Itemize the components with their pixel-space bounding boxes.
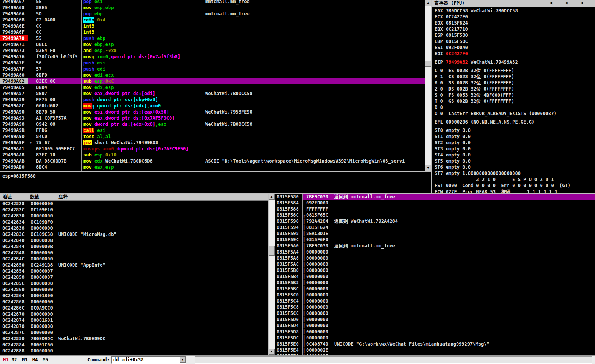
- stack-row[interactable]: 0815F598│8EAC3D1E: [275, 231, 595, 237]
- memory-tab-m2[interactable]: M2: [12, 357, 17, 363]
- register-line[interactable]: ST0 empty 0.0: [432, 127, 595, 133]
- disasm-row[interactable]: 79499AA10F1005 509EFC7movups xmm0,dqword…: [0, 146, 425, 152]
- dump-row[interactable]: 0C24288480001C66: [0, 342, 268, 348]
- stack-row[interactable]: 0815F5DC│00000000: [275, 335, 595, 341]
- scroll-up-icon[interactable]: ▲: [425, 0, 431, 6]
- register-line[interactable]: O 0 LastErr ERROR_ALREADY_EXISTS (000000…: [432, 110, 595, 117]
- disasm-row[interactable]: 79499A858BD4mov edx,esp: [0, 84, 425, 91]
- register-line[interactable]: C 0 ES 002B 32位 0(FFFFFFFF): [432, 68, 595, 74]
- disasm-row[interactable]: 79499A718BECmov ebp,esp: [0, 41, 425, 48]
- disasm-col-divider[interactable]: [28, 0, 28, 171]
- stack-row[interactable]: 0815F5807BE9C030返回到 mmtcmall.mm_free: [275, 194, 595, 200]
- dump-row[interactable]: 0C24287000000000: [0, 311, 268, 317]
- register-line[interactable]: Z 0 DS 002B 32位 0(FFFFFFFF): [432, 86, 595, 92]
- scroll-down-icon[interactable]: ▼: [269, 349, 275, 355]
- dump-header-comment[interactable]: 注释: [56, 194, 268, 200]
- dropdown-arrow-icon[interactable]: ▼: [180, 357, 186, 363]
- disasm-row[interactable]: 79499AB08BC4mov eax,esp: [0, 164, 425, 170]
- dump-row[interactable]: 0C24285800000007: [0, 274, 268, 280]
- stack-row[interactable]: 0815F588FFFFFFFF: [275, 206, 595, 212]
- memory-tab-m5[interactable]: M5: [43, 357, 48, 363]
- dump-header-value[interactable]: 数值: [28, 194, 56, 200]
- dump-row[interactable]: 0C24283800000000: [0, 225, 268, 231]
- register-line[interactable]: ST5 empty 0.0: [432, 158, 595, 164]
- dump-header-address[interactable]: 地址: [0, 194, 28, 200]
- dump-row[interactable]: 0C2428440000000B: [0, 244, 268, 250]
- stack-row[interactable]: 0815F5C0│00000000: [275, 292, 595, 298]
- dump-row[interactable]: 0C24286480001B00: [0, 293, 268, 299]
- stack-row[interactable]: 0815F5A8│00000000: [275, 255, 595, 261]
- stack-row[interactable]: 0815F5E4│0000002E: [275, 347, 595, 353]
- dump-row[interactable]: 0C24282800000000: [0, 201, 268, 207]
- register-line[interactable]: S 0 FS 0053 32位 4BF000(FFF): [432, 92, 595, 98]
- register-line[interactable]: ESI 092FD0A0: [432, 44, 595, 51]
- stack-row[interactable]: 0815F5B8│00000000: [275, 280, 595, 286]
- register-line[interactable]: 3 2 1 0 E S P U O Z D I: [432, 176, 595, 183]
- register-line[interactable]: ST6 empty 0.0: [432, 164, 595, 170]
- disasm-scrollbar[interactable]: ▲ ▼: [425, 0, 431, 171]
- dump-row[interactable]: 0C2428807B0ED9DCWeChatWi.7B0ED9DC: [0, 336, 268, 342]
- stack-row[interactable]: 0815F5E0│0C408740UNICODE "G:\work\wx\WeC…: [275, 341, 595, 347]
- memory-tab-m3[interactable]: M3: [22, 357, 27, 363]
- disasm-row[interactable]: 79499A808BF9mov edi,ecx: [0, 72, 425, 78]
- disasm-row[interactable]: 79499A9D84C0test al,al: [0, 133, 425, 140]
- register-line[interactable]: ESP 0815F580: [432, 32, 595, 38]
- dump-row[interactable]: 0C24286000000000: [0, 287, 268, 293]
- memory-tab-m1[interactable]: M1: [3, 357, 8, 363]
- dump-row[interactable]: 0C24284800000000: [0, 250, 268, 256]
- dump-row[interactable]: 0C2428400000000B: [0, 237, 268, 244]
- scrollbar-thumb[interactable]: [269, 246, 275, 256]
- stack-row[interactable]: 0815F5B4│00000000: [275, 273, 595, 280]
- disasm-row[interactable]: 79499A688BE5mov esp,ebp: [0, 5, 425, 11]
- disasm-col-divider[interactable]: [81, 0, 82, 171]
- disasm-row[interactable]: 79499A76f30f7e05 b8f3f5movq xmm0,qword p…: [0, 54, 425, 60]
- dump-row[interactable]: 0C24285C00000000: [0, 280, 268, 287]
- stack-row[interactable]: 0815F5C8│00000000: [275, 304, 595, 310]
- dump-scrollbar[interactable]: ▲ ▼: [269, 194, 275, 355]
- disasm-row[interactable]: 79499A675Epop esimmtcmall.mm_free: [0, 0, 425, 5]
- register-line[interactable]: ST2 empty 0.0: [432, 140, 595, 146]
- register-line[interactable]: EBX 0C217710: [432, 26, 595, 32]
- dump-row[interactable]: 0C24283C0C109C50UNICODE "MicroMsg.db": [0, 231, 268, 237]
- panel-collapse-chevron-icon[interactable]: <: [549, 0, 554, 6]
- stack-row[interactable]: 0815F584092FD0A0: [275, 200, 595, 206]
- register-line[interactable]: FST 0000 Cond 0 0 0 0 Err 0 0 0 0 0 0 0 …: [432, 183, 595, 189]
- stack-row[interactable]: 0815F5D4│00000000: [275, 323, 595, 329]
- stack-row[interactable]: 0815F5AC│00000000: [275, 261, 595, 267]
- register-line[interactable]: P 1 CS 0023 32位 0(FFFFFFFF): [432, 74, 595, 80]
- disasm-row[interactable]: 79499A7383E4 F8and esp,-0x8: [0, 48, 425, 54]
- register-line[interactable]: ST1 empty 0.0: [432, 133, 595, 140]
- stack-row[interactable]: 0815F590│792A4284返回到 WeChatWi.792A4284: [275, 218, 595, 224]
- disasm-row[interactable]: 79499A8283EC 0Csub esp,0xC: [0, 78, 425, 84]
- stack-row[interactable]: 0815F5A4│00000000: [275, 249, 595, 255]
- register-line[interactable]: EIP 79499A82 WeChatWi.79499A82: [432, 59, 595, 65]
- register-line[interactable]: ST3 empty 0.0: [432, 146, 595, 152]
- command-combobox[interactable]: dd edi+0x38 ▼: [111, 356, 186, 364]
- register-line[interactable]: ST7 empty 1.0000000000000000000: [432, 170, 595, 176]
- stack-row[interactable]: 0815F5E8│0000002E: [275, 353, 595, 355]
- panel-collapse-chevron-icon[interactable]: <: [579, 0, 585, 6]
- dump-row[interactable]: 0C24287400001601: [0, 317, 268, 323]
- register-line[interactable]: ECX 0C2427F0: [432, 14, 595, 20]
- panel-collapse-chevron-icon[interactable]: <: [564, 0, 569, 6]
- disasm-row[interactable]: 79499AA883EC 10sub esp,0x10: [0, 152, 425, 158]
- stack-row[interactable]: 0815F5C4│00000000: [275, 298, 595, 304]
- stack-row[interactable]: 0815F5D0│00000000: [275, 316, 595, 323]
- disasm-row[interactable]: 79499A9F∨75 67jnz short WeChatWi.79499B0…: [0, 140, 425, 146]
- disasm-row[interactable]: 79499A7F57push edi: [0, 66, 425, 72]
- register-line[interactable]: T 0 GS 002B 32位 0(FFFFFFFF): [432, 98, 595, 104]
- disasm-row[interactable]: 79499A908B70 50mov esi,dword ptr ds:[eax…: [0, 109, 425, 115]
- register-line[interactable]: EDX 0815F624: [432, 20, 595, 26]
- registers-title-bar[interactable]: 寄存器 (FPU) <<<<: [432, 0, 595, 7]
- command-input[interactable]: dd edi+0x38: [113, 357, 143, 363]
- disasm-row[interactable]: 79499A8C660fd602movq qword ptr ds:[edx],…: [0, 103, 425, 109]
- scroll-up-icon[interactable]: ▲: [269, 194, 275, 200]
- dump-row[interactable]: 0C24288800000000: [0, 348, 268, 354]
- dump-row[interactable]: 0C24285400000007: [0, 268, 268, 274]
- dump-row[interactable]: 0C24286C0C0A9CC0: [0, 305, 268, 311]
- register-line[interactable]: EAX 7B0DCC58 WeChatWi.7B0DCC58: [432, 8, 595, 14]
- stack-row[interactable]: 0815F59C│0815F6F0: [275, 237, 595, 243]
- stack-row[interactable]: 0815F58C┌0815F65C: [275, 212, 595, 218]
- register-line[interactable]: EBP 0815F58C: [432, 38, 595, 44]
- stack-row[interactable]: 0815F5A0│7BE9C030返回到 mmtcmall.mm_free: [275, 243, 595, 249]
